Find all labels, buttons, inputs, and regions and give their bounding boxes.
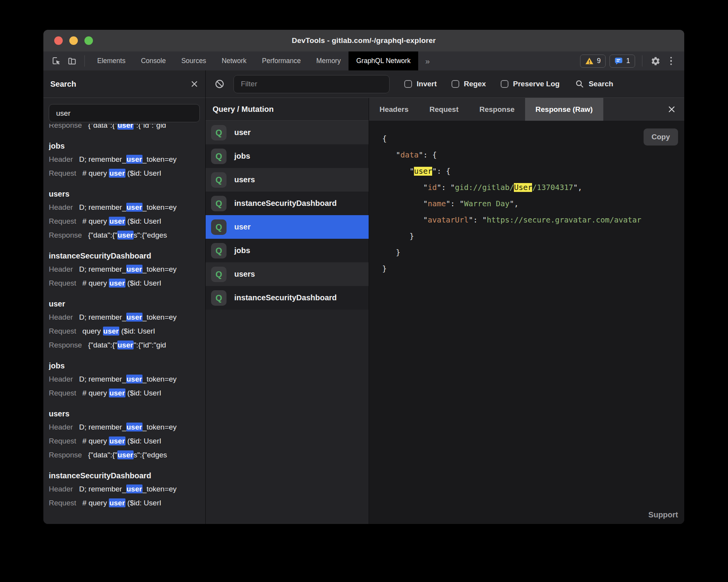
result-operation-name: instanceSecurityDashboard [49,471,200,480]
query-row-users[interactable]: Qusers [206,262,369,286]
query-row-jobs[interactable]: Qjobs [206,239,369,262]
tab-performance[interactable]: Performance [254,51,309,70]
search-match-highlight: user [126,155,143,164]
tab-graphql-network[interactable]: GraphQL Network [349,51,418,70]
result-line-content: {"data":{"users":{"edges [88,450,167,459]
search-match-highlight: user [109,389,125,397]
kebab-menu-icon[interactable] [663,51,679,70]
result-line-header[interactable]: HeaderD; remember_user_token=ey [49,372,200,386]
search-input[interactable] [49,104,200,122]
more-tabs-chevron[interactable]: » [418,51,437,70]
result-line-content: # query user ($id: UserI [82,217,161,226]
result-line-label: Request [49,499,76,507]
minimize-window-button[interactable] [69,36,78,45]
tab-sources[interactable]: Sources [173,51,214,70]
response-tab-request[interactable]: Request [419,98,469,121]
result-line-response[interactable]: Response{"data":{"user":{"id":"gid [49,124,200,132]
search-result-entry[interactable]: instanceSecurityDashboardHeaderD; rememb… [49,252,200,290]
result-line-label: Request [49,437,76,445]
result-line-request[interactable]: Request# query user ($id: UserI [49,496,200,510]
response-tab-response-raw[interactable]: Response (Raw) [525,98,603,121]
search-results-list[interactable]: Response{"data":{"user":{"id":"gidjobsHe… [49,124,200,524]
query-row-user[interactable]: Quser [206,215,369,239]
search-panel-close-icon[interactable] [191,80,198,88]
search-result-entry[interactable]: userHeaderD; remember_user_token=eyReque… [49,300,200,352]
code-line: "avatarUrl": "https://secure.gravatar.co… [382,212,684,228]
result-line-request[interactable]: Request# query user ($id: UserI [49,434,200,448]
query-row-jobs[interactable]: Qjobs [206,144,369,168]
response-panel: HeadersRequestResponseResponse (Raw) Cop… [369,98,684,524]
invert-checkbox-box[interactable] [404,80,412,88]
search-result-entry[interactable]: usersHeaderD; remember_user_token=eyRequ… [49,190,200,242]
search-result-entry[interactable]: usersHeaderD; remember_user_token=eyRequ… [49,409,200,462]
result-line-content: D; remember_user_token=ey [79,155,177,164]
result-line-content: # query user ($id: UserI [82,498,161,507]
code-line: "data": { [382,147,684,163]
result-operation-name: instanceSecurityDashboard [49,252,200,260]
regex-checkbox-box[interactable] [452,80,459,88]
tab-memory[interactable]: Memory [309,51,349,70]
warnings-badge[interactable]: 9 [580,55,606,68]
search-match-highlight: user [109,169,125,178]
query-row-instancesecuritydashboard[interactable]: QinstanceSecurityDashboard [206,192,369,215]
search-result-entry[interactable]: jobsHeaderD; remember_user_token=eyReque… [49,361,200,400]
devtools-window: DevTools - gitlab.com/-/graphql-explorer… [43,30,684,524]
query-row-user[interactable]: Quser [206,121,369,144]
block-requests-icon[interactable] [212,79,227,89]
query-row-instancesecuritydashboard[interactable]: QinstanceSecurityDashboard [206,286,369,310]
warning-count: 9 [597,57,601,65]
filter-input[interactable] [234,75,390,93]
result-line-response[interactable]: Response{"data":{"users":{"edges [49,228,200,242]
toolbar-search-button[interactable]: Search [575,79,613,89]
result-operation-name: users [49,190,200,199]
result-line-request[interactable]: Request# query user ($id: UserI [49,214,200,228]
result-operation-name: jobs [49,361,200,370]
devtools-tabs: ElementsConsoleSourcesNetworkPerformance… [89,51,418,70]
result-line-header[interactable]: HeaderD; remember_user_token=ey [49,200,200,214]
search-match-highlight: user [109,279,125,288]
query-list[interactable]: QuserQjobsQusersQinstanceSecurityDashboa… [206,121,369,310]
result-line-header[interactable]: HeaderD; remember_user_token=ey [49,482,200,496]
result-line-header[interactable]: HeaderD; remember_user_token=ey [49,310,200,324]
result-line-header[interactable]: HeaderD; remember_user_token=ey [49,262,200,276]
preserve-log-checkbox-box[interactable] [501,80,508,88]
close-window-button[interactable] [54,36,63,45]
support-link[interactable]: Support [648,510,678,519]
tab-elements[interactable]: Elements [89,51,133,70]
invert-checkbox[interactable]: Invert [404,80,437,88]
copy-button[interactable]: Copy [644,128,678,146]
preserve-log-checkbox[interactable]: Preserve Log [501,80,560,88]
zoom-window-button[interactable] [84,36,93,45]
result-line-response[interactable]: Response{"data":{"users":{"edges [49,448,200,462]
inspect-element-icon[interactable] [49,51,64,70]
result-line-content: # query user ($id: UserI [82,436,161,445]
response-tab-headers[interactable]: Headers [369,98,419,121]
messages-badge[interactable]: 1 [610,55,635,68]
result-line-header[interactable]: HeaderD; remember_user_token=ey [49,152,200,166]
query-row-label: jobs [234,246,250,255]
search-match-highlight: user [126,203,143,212]
settings-gear-icon[interactable] [648,51,663,70]
result-line-response[interactable]: Response{"data":{"user":{"id":"gid [49,338,200,352]
result-line-request[interactable]: Request# query user ($id: UserI [49,276,200,290]
result-line-content: # query user ($id: UserI [82,389,161,397]
search-match-highlight: user [117,124,134,130]
result-line-request[interactable]: Requestquery user ($id: UserI [49,324,200,338]
response-panel-close-icon[interactable] [659,98,684,121]
result-line-label: Request [49,217,76,225]
device-toolbar-icon[interactable] [64,51,80,70]
query-row-users[interactable]: Qusers [206,168,369,192]
tab-console[interactable]: Console [133,51,173,70]
result-line-request[interactable]: Request# query user ($id: UserI [49,166,200,180]
response-tab-response[interactable]: Response [469,98,525,121]
window-titlebar[interactable]: DevTools - gitlab.com/-/graphql-explorer [43,30,684,51]
regex-checkbox[interactable]: Regex [452,80,486,88]
search-result-entry[interactable]: jobsHeaderD; remember_user_token=eyReque… [49,142,200,180]
search-result-entry[interactable]: Response{"data":{"user":{"id":"gid [49,124,200,132]
devtools-tabbar: ElementsConsoleSourcesNetworkPerformance… [43,51,684,70]
tab-network[interactable]: Network [214,51,254,70]
result-line-request[interactable]: Request# query user ($id: UserI [49,386,200,400]
search-result-entry[interactable]: instanceSecurityDashboardHeaderD; rememb… [49,471,200,510]
result-line-header[interactable]: HeaderD; remember_user_token=ey [49,420,200,434]
search-panel-title: Search [50,80,76,89]
